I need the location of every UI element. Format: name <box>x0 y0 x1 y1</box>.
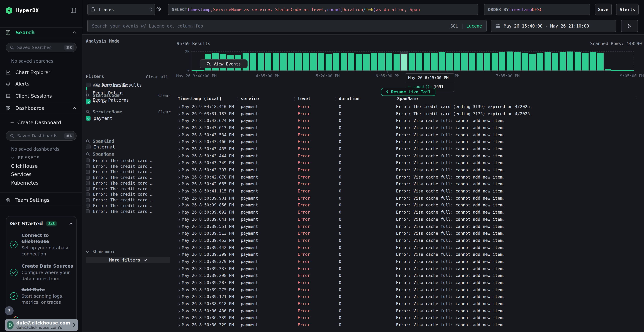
filter-option-spanname[interactable]: Error: The credit card … <box>86 208 174 214</box>
filter-option-error[interactable]: Error <box>86 99 107 104</box>
events-histogram[interactable]: 2K 0 May 26 3:40:00 PM4:35:00 PM5:20:00 … <box>191 51 634 71</box>
row-expand-chevron-icon[interactable]: ❯ <box>178 112 180 116</box>
checkbox-unchecked[interactable] <box>86 192 90 196</box>
row-expand-chevron-icon[interactable]: ❯ <box>178 288 180 292</box>
table-row[interactable]: ❯May 26 8:50:36.329 PMpaymentError0Error… <box>176 322 644 328</box>
table-row[interactable]: ❯May 26 8:50:43.444 PMpaymentError0Error… <box>176 152 644 160</box>
clear-servicename-link[interactable]: Clear <box>158 110 171 114</box>
row-expand-chevron-icon[interactable]: ❯ <box>178 267 180 271</box>
row-expand-chevron-icon[interactable]: ❯ <box>178 225 180 228</box>
column-resize-handle[interactable]: ⋮ <box>634 96 638 101</box>
histogram-bar[interactable] <box>439 52 445 70</box>
histogram-bar[interactable] <box>454 53 460 70</box>
more-filters-button[interactable]: More filters <box>86 257 170 263</box>
histogram-bar[interactable] <box>288 53 294 70</box>
lang-sql[interactable]: SQL <box>450 24 458 28</box>
user-profile-button[interactable]: D dale@clickhouse.com dale@clickhouse.co… <box>5 319 78 331</box>
row-expand-chevron-icon[interactable]: ❯ <box>178 324 180 327</box>
presets-toggle[interactable]: PRESETS <box>11 155 40 160</box>
checkbox-unchecked[interactable] <box>86 176 90 180</box>
row-expand-chevron-icon[interactable]: ❯ <box>178 295 180 299</box>
table-row[interactable]: ❯May 26 8:50:43.534 PMpaymentError0Error… <box>176 131 644 138</box>
row-expand-chevron-icon[interactable]: ❯ <box>178 246 180 250</box>
histogram-bar[interactable] <box>303 53 309 70</box>
filter-option-payment[interactable]: payment <box>86 116 112 121</box>
table-row[interactable]: ❯May 26 8:50:43.307 PMpaymentError0Error… <box>176 166 644 173</box>
denoise-checkbox[interactable] <box>86 83 90 87</box>
column-header-duration[interactable]: duration <box>334 96 392 101</box>
histogram-bar[interactable] <box>356 54 362 70</box>
row-expand-chevron-icon[interactable]: ❯ <box>178 197 180 200</box>
filter-option-spanname[interactable]: Error: The credit card … <box>86 180 174 186</box>
table-row[interactable]: ❯May 26 8:50:39.901 PMpaymentError0Error… <box>176 194 644 202</box>
histogram-bar[interactable] <box>590 52 596 70</box>
checkbox-unchecked[interactable] <box>86 159 90 162</box>
chevron-up-icon[interactable] <box>69 222 73 225</box>
table-row[interactable]: ❯May 26 8:50:42.655 PMpaymentError0Error… <box>176 180 644 188</box>
checkbox-unchecked[interactable] <box>86 198 90 202</box>
row-expand-chevron-icon[interactable]: ❯ <box>178 133 180 137</box>
histogram-bar[interactable] <box>567 51 573 70</box>
row-expand-chevron-icon[interactable]: ❯ <box>178 154 180 158</box>
resume-live-tail-button[interactable]: Resume Live Tail <box>381 88 436 96</box>
filter-option-spanname[interactable]: Error: The credit card … <box>86 158 174 164</box>
histogram-bar[interactable] <box>371 53 377 70</box>
row-expand-chevron-icon[interactable]: ❯ <box>178 105 180 109</box>
histogram-bar[interactable] <box>514 52 520 70</box>
table-row[interactable]: ❯May 26 8:50:39.513 PMpaymentError0Error… <box>176 230 644 237</box>
histogram-bar[interactable] <box>250 53 256 70</box>
histogram-bar[interactable] <box>318 54 324 70</box>
column-header-service[interactable]: service <box>236 96 293 101</box>
histogram-bar[interactable] <box>499 52 505 70</box>
histogram-bar[interactable] <box>574 52 581 70</box>
table-row[interactable]: ❯May 26 8:50:39.399 PMpaymentError0Error… <box>176 251 644 258</box>
histogram-bar[interactable] <box>522 53 528 70</box>
get-started-item[interactable]: Create Data Sources Configure where your… <box>10 263 74 282</box>
sidebar-collapse-icon[interactable] <box>70 8 76 13</box>
sidebar-item-search[interactable]: Search <box>0 27 82 38</box>
histogram-bar[interactable] <box>597 52 604 70</box>
row-expand-chevron-icon[interactable]: ❯ <box>178 183 180 186</box>
clear-all-link[interactable]: Clear all <box>146 74 168 80</box>
row-expand-chevron-icon[interactable]: ❯ <box>178 162 180 165</box>
source-select[interactable]: Traces <box>87 4 155 15</box>
row-expand-chevron-icon[interactable]: ❯ <box>178 274 180 278</box>
table-row[interactable]: ❯May 26 8:50:42.878 PMpaymentError0Error… <box>176 174 644 180</box>
filter-option-spanname[interactable]: Error: The credit card … <box>86 169 174 175</box>
save-button[interactable]: Save <box>595 4 612 15</box>
checkbox-checked[interactable] <box>86 116 90 120</box>
show-more-link[interactable]: Show more <box>86 249 116 254</box>
histogram-bar[interactable] <box>416 53 422 70</box>
table-row[interactable]: ❯May 26 8:50:39.121 PMpaymentError0Error… <box>176 293 644 300</box>
table-row[interactable]: ❯May 26 8:50:43.349 PMpaymentError0Error… <box>176 160 644 166</box>
table-row[interactable]: ❯May 26 8:50:36.339 PMpaymentError0Error… <box>176 314 644 321</box>
preset-kubernetes[interactable]: Kubernetes <box>11 180 38 186</box>
filter-option-spanname[interactable]: Error: The credit card … <box>86 164 174 169</box>
get-started-item[interactable]: Add Data Start sending logs, metrics, or… <box>10 286 74 305</box>
checkbox-unchecked[interactable] <box>86 170 90 174</box>
table-row[interactable]: ❯May 26 8:50:39.442 PMpaymentError0Error… <box>176 244 644 251</box>
histogram-bar[interactable] <box>310 53 317 70</box>
histogram-bar[interactable] <box>333 53 339 70</box>
search-icon[interactable] <box>86 152 90 156</box>
histogram-bar[interactable] <box>544 52 550 70</box>
row-expand-chevron-icon[interactable]: ❯ <box>178 148 180 151</box>
checkbox-unchecked[interactable] <box>86 204 90 208</box>
query-language-toggle[interactable]: SQL | Lucene <box>450 24 482 28</box>
histogram-bar[interactable] <box>529 54 536 70</box>
date-range-picker[interactable]: May 26 15:40:00 - May 26 21:10:00 <box>491 20 616 32</box>
sidebar-item-team-settings[interactable]: Team Settings <box>0 195 82 205</box>
histogram-bar[interactable] <box>476 53 483 70</box>
row-expand-chevron-icon[interactable]: ❯ <box>178 302 180 306</box>
checkbox-unchecked[interactable] <box>86 145 90 149</box>
order-by-input[interactable]: ORDER BY Timestamp DESC <box>484 4 590 15</box>
row-expand-chevron-icon[interactable]: ❯ <box>178 140 180 144</box>
lang-lucene[interactable]: Lucene <box>466 24 482 28</box>
checkbox-unchecked[interactable] <box>86 187 90 191</box>
saved-dashboards-input[interactable]: Saved Dashboards ⌘K <box>6 131 76 140</box>
histogram-bar[interactable] <box>560 52 566 70</box>
histogram-bar[interactable] <box>469 53 475 70</box>
histogram-bar[interactable] <box>363 54 370 70</box>
row-expand-chevron-icon[interactable]: ❯ <box>178 119 180 123</box>
table-row[interactable]: ❯May 26 8:50:39.298 PMpaymentError0Error… <box>176 272 644 279</box>
